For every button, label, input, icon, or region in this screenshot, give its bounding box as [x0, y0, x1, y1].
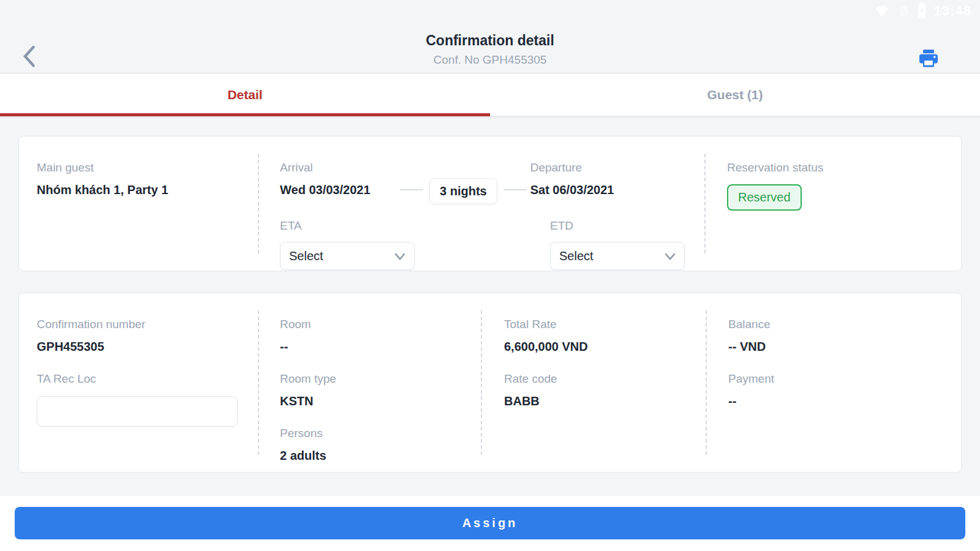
- chevron-down-icon: [665, 249, 676, 263]
- print-button[interactable]: [918, 48, 940, 70]
- nights-badge: 3 nights: [429, 178, 497, 204]
- balance-field: Balance -- VND: [728, 318, 961, 354]
- balance-label: Balance: [728, 318, 961, 331]
- rate-code-field: Rate code BABB: [504, 372, 706, 408]
- balance-value: -- VND: [728, 340, 961, 354]
- eta-selected-value: Select: [289, 249, 323, 263]
- tab-bar: Detail Guest (1): [0, 73, 980, 116]
- confirmation-number-subtitle: Conf. No GPH455305: [0, 53, 980, 67]
- details-column-2: Room -- Room type KSTN Persons 2 adults: [259, 293, 481, 472]
- etd-group: ETD Select: [550, 219, 685, 270]
- reservation-details-card: Confirmation number GPH455305 TA Rec Loc…: [18, 293, 962, 473]
- departure-label: Departure: [530, 161, 650, 174]
- dates-column: Arrival Wed 03/03/2021 3 nights Departur…: [259, 137, 704, 271]
- main-guest-label: Main guest: [37, 161, 258, 174]
- room-type-value: KSTN: [280, 394, 481, 408]
- room-type-field: Room type KSTN: [280, 372, 481, 408]
- header: Confirmation detail Conf. No GPH455305: [0, 22, 980, 73]
- battery-charging-icon: [917, 3, 927, 19]
- etd-select[interactable]: Select: [550, 242, 685, 270]
- details-column-3: Total Rate 6,600,000 VND Rate code BABB: [482, 293, 706, 472]
- rate-code-label: Rate code: [504, 372, 706, 386]
- arrival-label: Arrival: [280, 161, 400, 174]
- eta-etd-row: ETA Select ETD Select: [280, 219, 704, 270]
- persons-label: Persons: [280, 427, 481, 440]
- printer-icon: [918, 61, 940, 72]
- etd-selected-value: Select: [559, 249, 594, 263]
- confirmation-number-field: Confirmation number GPH455305: [37, 318, 240, 354]
- payment-field: Payment --: [728, 372, 961, 408]
- arrival-value: Wed 03/03/2021: [280, 183, 400, 197]
- room-type-label: Room type: [280, 372, 481, 386]
- status-time: 13:48: [934, 3, 971, 19]
- date-connector-line: [400, 189, 423, 190]
- arrival-block: Arrival Wed 03/03/2021: [280, 161, 400, 197]
- main-guest-column: Main guest Nhóm khách 1, Party 1: [19, 137, 258, 271]
- payment-label: Payment: [728, 372, 961, 386]
- status-badge: Reserved: [727, 184, 802, 211]
- status-bar: 13:48: [0, 0, 980, 22]
- tab-detail[interactable]: Detail: [0, 73, 490, 116]
- ta-rec-loc-input[interactable]: [37, 396, 238, 427]
- room-label: Room: [280, 318, 481, 331]
- chevron-down-icon: [394, 249, 405, 263]
- total-rate-value: 6,600,000 VND: [504, 340, 706, 354]
- total-rate-field: Total Rate 6,600,000 VND: [504, 318, 706, 354]
- footer-bar: Assign: [0, 496, 980, 551]
- eta-select[interactable]: Select: [280, 242, 415, 270]
- eta-group: ETA Select: [280, 219, 415, 270]
- ta-rec-loc-field: TA Rec Loc: [37, 372, 240, 427]
- date-connector-line: [503, 189, 527, 190]
- persons-value: 2 adults: [280, 449, 481, 463]
- tab-guest[interactable]: Guest (1): [490, 73, 980, 116]
- assign-button[interactable]: Assign: [15, 507, 965, 539]
- no-sim-icon: [897, 4, 910, 18]
- departure-block: Departure Sat 06/03/2021: [530, 161, 650, 197]
- details-column-4: Balance -- VND Payment --: [707, 293, 961, 472]
- confirmation-number-label: Confirmation number: [37, 318, 240, 331]
- reservation-status-label: Reservation status: [727, 161, 961, 174]
- rate-code-value: BABB: [504, 394, 706, 408]
- dates-row: Arrival Wed 03/03/2021 3 nights Departur…: [280, 161, 704, 204]
- payment-value: --: [728, 394, 961, 408]
- back-button[interactable]: [18, 47, 39, 68]
- page-title: Confirmation detail: [0, 32, 980, 49]
- ta-rec-loc-label: TA Rec Loc: [37, 372, 240, 386]
- etd-label: ETD: [550, 219, 685, 233]
- main-guest-value: Nhóm khách 1, Party 1: [37, 183, 258, 197]
- header-center: Confirmation detail Conf. No GPH455305: [0, 29, 980, 67]
- persons-field: Persons 2 adults: [280, 427, 481, 463]
- details-column-1: Confirmation number GPH455305 TA Rec Loc: [19, 293, 258, 472]
- room-field: Room --: [280, 318, 481, 354]
- room-value: --: [280, 340, 481, 354]
- wifi-icon: [874, 4, 890, 18]
- reservation-summary-card: Main guest Nhóm khách 1, Party 1 Arrival…: [18, 136, 962, 271]
- confirmation-number-value: GPH455305: [37, 340, 240, 354]
- departure-value: Sat 06/03/2021: [530, 183, 650, 197]
- total-rate-label: Total Rate: [504, 318, 706, 331]
- chevron-left-icon: [22, 45, 36, 70]
- status-column: Reservation status Reserved: [706, 137, 961, 271]
- eta-label: ETA: [280, 219, 415, 233]
